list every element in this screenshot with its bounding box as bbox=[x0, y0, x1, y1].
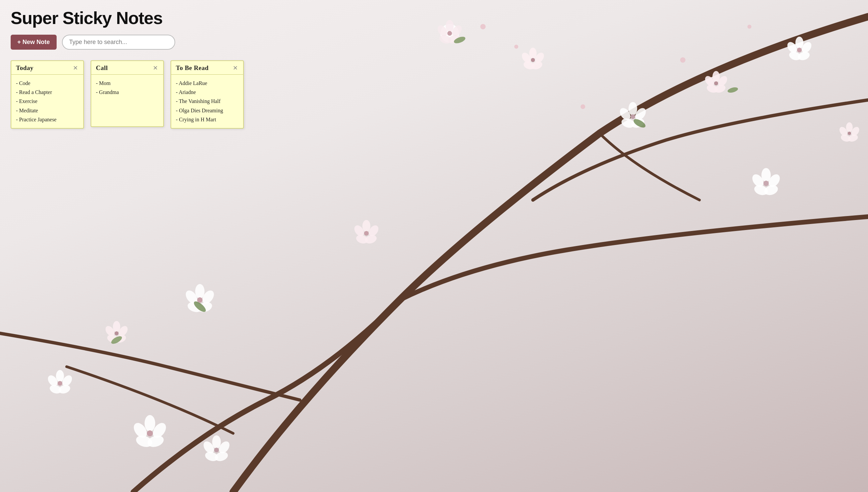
note-card-call: Call✕- Mom- Grandma bbox=[90, 60, 164, 127]
note-item: - Grandma bbox=[96, 88, 159, 97]
note-item: - Crying in H Mart bbox=[176, 115, 238, 124]
note-title: To Be Read bbox=[176, 64, 209, 72]
new-note-button[interactable]: + New Note bbox=[11, 35, 57, 50]
note-item: - Meditate bbox=[16, 106, 79, 115]
note-item: - Ariadne bbox=[176, 88, 238, 97]
note-card-to-be-read: To Be Read✕- Addie LaRue- Ariadne- The V… bbox=[170, 60, 244, 129]
note-title: Call bbox=[96, 64, 108, 72]
note-item: - Mom bbox=[96, 79, 159, 88]
note-item: - Exercise bbox=[16, 97, 79, 106]
search-input[interactable] bbox=[62, 35, 175, 50]
note-item: - Read a Chapter bbox=[16, 88, 79, 97]
note-close-button[interactable]: ✕ bbox=[232, 65, 238, 71]
note-header: Today✕ bbox=[11, 61, 83, 75]
note-body: - Mom- Grandma bbox=[91, 75, 163, 101]
note-item: - Addie LaRue bbox=[176, 79, 238, 88]
app-title: Super Sticky Notes bbox=[11, 8, 857, 28]
note-header: Call✕ bbox=[91, 61, 163, 75]
note-header: To Be Read✕ bbox=[171, 61, 243, 75]
note-close-button[interactable]: ✕ bbox=[152, 65, 159, 71]
toolbar: + New Note bbox=[11, 35, 857, 50]
note-card-today: Today✕- Code- Read a Chapter- Exercise- … bbox=[11, 60, 84, 129]
note-close-button[interactable]: ✕ bbox=[72, 65, 79, 71]
note-item: - Olga Dies Dreaming bbox=[176, 106, 238, 115]
note-body: - Addie LaRue- Ariadne- The Vanishing Ha… bbox=[171, 75, 243, 128]
notes-container: Today✕- Code- Read a Chapter- Exercise- … bbox=[11, 60, 857, 129]
note-title: Today bbox=[16, 64, 34, 72]
note-item: - Code bbox=[16, 79, 79, 88]
note-item: - Practice Japanese bbox=[16, 115, 79, 124]
note-item: - The Vanishing Half bbox=[176, 97, 238, 106]
note-body: - Code- Read a Chapter- Exercise- Medita… bbox=[11, 75, 83, 128]
